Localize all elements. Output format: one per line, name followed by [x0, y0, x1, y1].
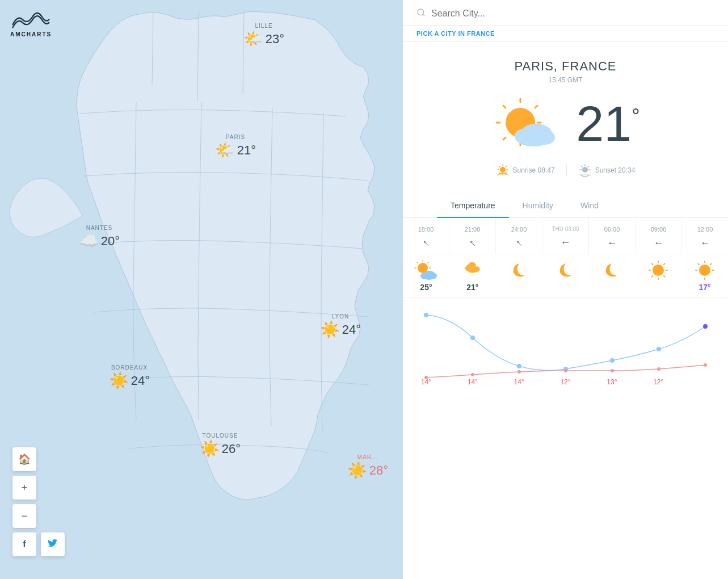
tabs-row: Temperature Humidity Wind: [403, 194, 728, 218]
city-title: PARIS, FRANCE: [514, 59, 616, 74]
main-weather-icon: [491, 95, 565, 152]
city-pin-bordeaux[interactable]: BORDEAUX ☀️ 24°: [109, 364, 150, 390]
forecast-col-2100: 21:00 ↑: [449, 218, 496, 254]
forecast-col-thu0300: THU 03:00 →: [542, 218, 589, 254]
city-weather-main: PARIS, FRANCE 15:45 GMT: [403, 42, 728, 188]
search-input[interactable]: [431, 9, 714, 19]
tab-wind[interactable]: Wind: [567, 194, 612, 218]
svg-line-23: [499, 166, 499, 167]
facebook-button[interactable]: f: [12, 532, 36, 556]
forecast-icons-row: 25° 21°: [403, 254, 728, 298]
logo: AMCHARTS: [10, 10, 52, 37]
forecast-icon-thu0300: [542, 254, 589, 297]
forecast-chart: 25° 21°: [403, 254, 728, 579]
low-temp-1800: 14°: [403, 378, 449, 386]
sunrise-sunset: Sunrise 08:47 Sunset 20:: [496, 163, 636, 177]
low-temp-2100: 14°: [449, 378, 496, 386]
forecast-col-1800: 18:00 ↑: [403, 218, 449, 254]
forecast-icon-1200: 17°: [681, 254, 728, 297]
svg-point-3: [418, 9, 424, 15]
low-temp-1200: [681, 378, 728, 386]
svg-point-73: [611, 369, 614, 372]
map-panel: AMCHARTS: [0, 0, 403, 579]
svg-point-68: [703, 324, 708, 329]
weather-panel: PICK A CITY IN FRANCE PARIS, FRANCE 15:4…: [403, 0, 728, 579]
low-temp-0900: 12°: [635, 378, 681, 386]
sunset-time: Sunset 20:34: [595, 166, 636, 174]
twitter-button[interactable]: [41, 532, 65, 556]
city-pin-lyon[interactable]: LYON ☀️ 24°: [320, 313, 361, 339]
svg-point-46: [653, 265, 664, 276]
svg-point-75: [704, 363, 707, 367]
svg-line-53: [652, 276, 653, 277]
svg-point-63: [470, 335, 475, 340]
forecast-icon-2400: [496, 254, 542, 297]
search-bar: [403, 0, 728, 26]
forecast-col-0600: 06:00 →: [589, 218, 636, 254]
temperature-chart: 14° 14° 14° 12° 13° 12°: [403, 298, 728, 389]
svg-line-52: [664, 264, 665, 265]
forecast-icon-1800: 25°: [403, 254, 449, 297]
forecast-icon-0600: [588, 254, 635, 297]
forecast-col-2400: 24:00 ↑: [496, 218, 542, 254]
main-temperature: 21 °: [576, 99, 639, 149]
svg-line-12: [503, 137, 506, 140]
svg-line-10: [503, 106, 506, 108]
svg-point-28: [582, 167, 588, 173]
tab-humidity[interactable]: Humidity: [509, 194, 567, 218]
svg-point-71: [517, 370, 521, 374]
svg-line-61: [710, 264, 712, 265]
svg-line-51: [652, 264, 653, 265]
svg-line-60: [698, 264, 700, 265]
svg-line-41: [427, 262, 428, 263]
svg-line-25: [499, 173, 499, 173]
svg-point-17: [517, 133, 549, 146]
svg-point-74: [657, 367, 660, 371]
forecast-col-0900: 09:00 →: [636, 218, 682, 254]
city-pin-paris[interactable]: PARIS 🌤️ 21°: [215, 134, 256, 160]
city-pin-toulouse[interactable]: TOULOUSE ☀️ 26°: [200, 433, 241, 458]
svg-point-70: [471, 373, 474, 376]
low-temp-2400: 14°: [496, 378, 542, 386]
svg-point-64: [517, 364, 521, 368]
sunset: Sunset 20:34: [578, 163, 636, 177]
zoom-in-button[interactable]: +: [12, 476, 36, 500]
city-pin-lille[interactable]: LILLE 🌤️ 23°: [243, 23, 284, 48]
svg-line-32: [581, 166, 582, 167]
sunrise-time: Sunrise 08:47: [513, 166, 555, 174]
main-weather-display: 21 °: [491, 95, 639, 152]
search-icon: [416, 8, 426, 19]
svg-point-66: [610, 358, 615, 363]
forecast-strip: 18:00 ↑ 21:00 ↑ 24:00 ↑ THU 03:00 → 06:0…: [403, 218, 728, 254]
svg-point-72: [564, 369, 567, 372]
svg-point-45: [423, 274, 435, 280]
low-temp-0600: 13°: [588, 378, 635, 386]
city-pin-nantes[interactable]: NANTES ☁️ 20°: [79, 225, 120, 250]
logo-text: AMCHARTS: [10, 31, 52, 37]
svg-point-55: [699, 265, 710, 276]
svg-line-26: [506, 166, 506, 167]
forecast-icon-2100: 21°: [449, 254, 496, 297]
svg-line-4: [423, 14, 424, 16]
low-temp-thu0300: 12°: [542, 378, 589, 386]
svg-line-33: [588, 166, 588, 167]
forecast-col-1200: 12:00 →: [682, 218, 728, 254]
svg-point-62: [424, 313, 428, 317]
pick-city-bar: PICK A CITY IN FRANCE: [403, 26, 728, 42]
city-pin-marseille[interactable]: MAR... ☀️ 28°: [347, 454, 388, 480]
tab-temperature[interactable]: Temperature: [437, 194, 509, 218]
svg-line-40: [417, 262, 418, 263]
city-time: 15:45 GMT: [548, 76, 582, 84]
sunrise: Sunrise 08:47: [496, 163, 555, 177]
svg-point-18: [500, 167, 506, 173]
svg-line-24: [506, 173, 506, 173]
zoom-out-button[interactable]: −: [12, 504, 36, 528]
svg-line-54: [664, 276, 665, 277]
svg-line-11: [535, 106, 537, 108]
svg-point-67: [657, 347, 661, 351]
forecast-icon-0900: [635, 254, 681, 297]
home-button[interactable]: 🏠: [12, 447, 36, 471]
map-controls: 🏠 + − f: [12, 447, 65, 556]
